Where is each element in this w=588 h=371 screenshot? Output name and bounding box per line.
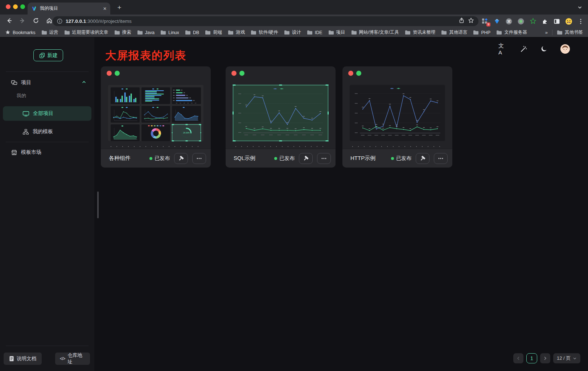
project-preview-thumbnail[interactable]: 25.00%: [108, 85, 203, 141]
bookmark-folder[interactable]: Java: [137, 30, 155, 35]
dotted-separator: [350, 146, 445, 147]
extension-command-icon[interactable]: ⌘: [505, 18, 513, 25]
edit-project-button[interactable]: [416, 153, 429, 164]
selection-handle[interactable]: [233, 111, 234, 115]
chevron-up-icon[interactable]: [82, 80, 86, 86]
bookmark-folder[interactable]: 搜索: [114, 29, 131, 36]
selection-handle[interactable]: [172, 124, 174, 125]
sidebar-item-template-market[interactable]: 模板市场: [0, 146, 94, 158]
share-icon[interactable]: [459, 17, 465, 25]
bookmark-folder[interactable]: Linux: [160, 30, 179, 35]
project-name: SQL示例: [234, 155, 255, 162]
extension-recorder-icon[interactable]: [517, 18, 525, 25]
selection-handle[interactable]: [185, 124, 188, 125]
extension-green-star-icon[interactable]: [529, 18, 536, 25]
home-button[interactable]: [46, 17, 53, 25]
bookmark-folder[interactable]: 近期需要读的文章: [64, 29, 108, 36]
hammer-icon: [178, 155, 184, 162]
folder-icon: [307, 30, 313, 35]
side-panel-icon[interactable]: [553, 18, 560, 25]
profile-avatar-smiley[interactable]: [565, 18, 572, 25]
ellipsis-icon: [196, 156, 202, 161]
selection-handle[interactable]: [233, 84, 236, 86]
translate-icon[interactable]: 文A: [498, 45, 507, 53]
bookmark-folder[interactable]: 运营: [41, 29, 58, 36]
sidebar-section-project[interactable]: 项目: [0, 77, 94, 89]
repo-button[interactable]: </> 仓库地址: [55, 353, 90, 365]
bookmark-folder[interactable]: 文件服务器: [496, 29, 527, 36]
browser-menu-kebab-icon[interactable]: [577, 18, 584, 25]
project-preview-thumbnail[interactable]: [350, 85, 445, 141]
user-avatar[interactable]: [560, 44, 570, 54]
bookmark-folder[interactable]: DB: [185, 30, 199, 35]
copy-add-icon: [39, 53, 45, 58]
project-card[interactable]: HTTP示例 已发布: [342, 66, 452, 168]
selection-handle[interactable]: [233, 140, 236, 141]
extension-grid-icon[interactable]: 9: [481, 18, 489, 25]
bookmark-folder[interactable]: 项目: [328, 29, 345, 36]
card-footer: HTTP示例 已发布: [342, 149, 452, 168]
back-button[interactable]: [6, 17, 12, 25]
more-actions-button[interactable]: [434, 153, 448, 164]
sidebar-item-my-templates[interactable]: 我的模板: [0, 125, 94, 138]
selection-handle[interactable]: [325, 140, 329, 141]
project-card[interactable]: 25.00% 各种组件 已发布: [101, 66, 211, 168]
project-card[interactable]: SQL示例 已发布: [226, 66, 336, 168]
address-bar[interactable]: 127.0.0.1:3000/#/project/items: [53, 16, 478, 26]
bookmark-folder[interactable]: 游戏: [228, 29, 245, 36]
selection-handle[interactable]: [200, 132, 201, 133]
bookmark-folder[interactable]: IDE: [307, 30, 322, 35]
bookmark-folder[interactable]: 设计: [284, 29, 301, 36]
traffic-light-zoom[interactable]: [20, 4, 25, 9]
magic-wand-icon[interactable]: [519, 45, 528, 53]
selection-handle[interactable]: [185, 140, 188, 141]
browser-tab[interactable]: 我的项目 ✕: [28, 3, 110, 15]
edit-project-button[interactable]: [174, 153, 188, 164]
prev-page-button[interactable]: [513, 353, 523, 363]
selection-handle[interactable]: [172, 140, 174, 141]
bookmarks-root[interactable]: Bookmarks: [5, 30, 36, 35]
selection-handle[interactable]: [199, 124, 201, 125]
docs-button[interactable]: 说明文档: [4, 353, 42, 365]
other-bookmarks[interactable]: 其他书签: [557, 29, 583, 36]
mini-chart-donut: [141, 124, 170, 141]
bookmark-folder[interactable]: 其他语言: [441, 29, 467, 36]
bookmark-folder[interactable]: PHP: [473, 30, 490, 35]
more-actions-button[interactable]: [192, 153, 206, 164]
project-preview-thumbnail[interactable]: [233, 85, 328, 141]
next-page-button[interactable]: [540, 353, 550, 363]
more-actions-button[interactable]: [317, 153, 331, 164]
selection-handle[interactable]: [328, 111, 329, 115]
selection-handle[interactable]: [279, 140, 282, 141]
scrollbar-thumb[interactable]: [97, 191, 99, 218]
bookmark-folder[interactable]: 软件/硬件: [251, 29, 278, 36]
new-tab-button[interactable]: +: [115, 3, 124, 12]
bookmark-star-icon[interactable]: [468, 17, 474, 25]
sidebar-item-all-projects[interactable]: 全部项目: [3, 106, 91, 121]
bookmark-folder[interactable]: 资讯未整理: [405, 29, 436, 36]
extensions-puzzle-icon[interactable]: [541, 18, 548, 25]
selection-handle[interactable]: [199, 140, 201, 141]
forward-button[interactable]: [19, 17, 26, 25]
bookmark-folder[interactable]: 网站/博客/文章/工具: [351, 29, 399, 36]
hammer-icon: [419, 155, 426, 162]
traffic-light-minimize[interactable]: [13, 4, 18, 9]
tab-search-chevron-icon[interactable]: [577, 5, 582, 11]
dark-mode-moon-icon[interactable]: [540, 45, 548, 53]
page-number-button[interactable]: 1: [526, 353, 537, 363]
selection-handle[interactable]: [279, 84, 282, 86]
extension-gem-icon[interactable]: [493, 18, 501, 25]
tab-title: 我的项目: [40, 5, 100, 12]
reload-button[interactable]: [33, 17, 39, 25]
bookmark-folder[interactable]: 前端: [205, 29, 222, 36]
status-dot: [149, 157, 152, 160]
selection-handle[interactable]: [325, 84, 329, 86]
edit-project-button[interactable]: [299, 153, 313, 164]
site-info-icon[interactable]: [57, 18, 62, 24]
tab-close-icon[interactable]: ✕: [103, 6, 107, 11]
page-size-select[interactable]: 12 / 页: [553, 353, 580, 363]
bookmarks-overflow-chevron[interactable]: »: [545, 30, 548, 35]
svg-text:⌘: ⌘: [507, 19, 511, 24]
new-project-button[interactable]: 新建: [33, 49, 63, 61]
traffic-light-close[interactable]: [6, 4, 11, 9]
